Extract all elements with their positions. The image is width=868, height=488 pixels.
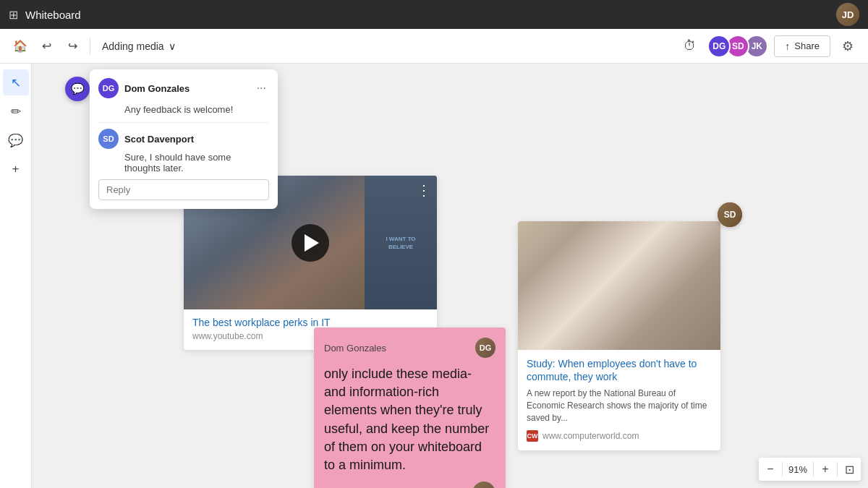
adding-media-label: Adding media — [102, 40, 164, 52]
main-toolbar: 🏠 ↩ ↪ Adding media ∨ ⏱ DG SD JK ↑ Share … — [0, 29, 868, 64]
whiteboard-canvas[interactable]: 💬 DG Dom Gonzales ··· Any feedback is we… — [32, 64, 868, 488]
toolbar-separator-1 — [90, 38, 90, 55]
title-bar-grid: ⊞ Whiteboard — [9, 8, 81, 22]
title-user-avatar[interactable]: JD — [836, 3, 859, 26]
article-url: www.computerworld.com — [542, 431, 639, 441]
comment-author-row: DG Dom Gonzales — [98, 78, 190, 98]
reply-author-avatar: SD — [98, 129, 119, 149]
comment-tool-button[interactable]: 💬 — [3, 127, 29, 153]
left-toolbar: ↖ ✏ 💬 + — [0, 64, 32, 488]
pen-icon: ✏ — [11, 104, 21, 119]
comment-popup-header: DG Dom Gonzales ··· — [98, 78, 269, 98]
reply-message-text: Sure, I should have some thoughts later. — [98, 152, 269, 174]
history-button[interactable]: ⏱ — [678, 35, 702, 58]
undo-button[interactable]: ↩ — [35, 35, 58, 58]
floating-user-avatar[interactable]: SD — [718, 202, 742, 227]
toolbar-right: ⏱ DG SD JK ↑ Share ⚙ — [678, 35, 859, 58]
select-tool-button[interactable]: ↖ — [3, 69, 29, 95]
reply-author-name: Scot Davenport — [124, 134, 194, 145]
share-button[interactable]: ↑ Share — [774, 35, 830, 57]
sticky-note[interactable]: Dom Gonzales DG only include these media… — [314, 328, 506, 488]
grid-icon[interactable]: ⊞ — [9, 8, 18, 22]
fit-screen-button[interactable]: ⊡ — [838, 458, 861, 481]
sticky-note-avatar: DG — [475, 338, 495, 358]
sticky-note-author: Dom Gonzales — [324, 343, 386, 354]
sticky-note-footer: 💬 — [324, 481, 495, 488]
article-card[interactable]: Study: When employees don't have to comm… — [518, 221, 720, 450]
pen-tool-button[interactable]: ✏ — [3, 98, 29, 124]
youtube-title[interactable]: The best workplace perks in IT — [192, 317, 428, 328]
article-description: A new report by the National Bureau of E… — [527, 388, 712, 424]
reply-input[interactable] — [98, 179, 269, 200]
collaborators-group: DG SD JK — [707, 35, 768, 58]
settings-button[interactable]: ⚙ — [836, 35, 859, 58]
youtube-more-button[interactable]: ⋮ — [417, 181, 431, 199]
reply-author-row: SD Scot Davenport — [98, 129, 269, 149]
zoom-out-button[interactable]: − — [759, 458, 782, 481]
comment-bubble-anchor: 💬 — [65, 77, 90, 101]
zoom-controls: − 91% + ⊡ — [759, 458, 861, 481]
bubble-chat-icon: 💬 — [71, 82, 85, 95]
comment-more-button[interactable]: ··· — [254, 82, 269, 95]
comment-author-name: Dom Gonzales — [124, 83, 190, 94]
add-icon: + — [12, 162, 20, 176]
play-button[interactable] — [292, 224, 329, 262]
comment-bubble-icon[interactable]: 💬 — [65, 77, 90, 101]
title-bar: ⊞ Whiteboard JD — [0, 0, 868, 29]
article-source-row: CW www.computerworld.com — [527, 430, 712, 442]
share-label: Share — [794, 40, 820, 51]
article-thumbnail — [518, 221, 720, 350]
comment-popup: DG Dom Gonzales ··· Any feedback is welc… — [90, 69, 278, 209]
add-tool-button[interactable]: + — [3, 156, 29, 182]
home-button[interactable]: 🏠 — [9, 35, 32, 58]
comment-icon: 💬 — [8, 133, 23, 148]
canvas-area: ↖ ✏ 💬 + 💬 DG Dom Gonzales — [0, 64, 868, 488]
zoom-level-display: 91% — [783, 464, 813, 475]
article-info: Study: When employees don't have to comm… — [518, 350, 720, 450]
app-title: Whiteboard — [25, 9, 81, 21]
play-triangle-icon — [305, 234, 319, 252]
redo-button[interactable]: ↪ — [61, 35, 84, 58]
adding-media-button[interactable]: Adding media ∨ — [96, 38, 182, 55]
comment-reply-section: SD Scot Davenport Sure, I should have so… — [98, 129, 269, 174]
dropdown-icon: ∨ — [169, 40, 176, 52]
sticky-note-header: Dom Gonzales DG — [324, 338, 495, 358]
sticky-note-text: only include these media- and informatio… — [324, 365, 495, 474]
collaborator-avatar-1[interactable]: DG — [707, 35, 731, 58]
select-icon: ↖ — [11, 75, 21, 90]
comment-message-text: Any feedback is welcome! — [98, 104, 269, 115]
comment-author-avatar: DG — [98, 78, 119, 98]
comment-divider — [98, 122, 269, 123]
sticky-note-bottom-avatar: 💬 — [472, 481, 495, 488]
zoom-in-button[interactable]: + — [814, 458, 837, 481]
source-icon: CW — [527, 430, 538, 442]
share-icon: ↑ — [785, 40, 790, 52]
article-title[interactable]: Study: When employees don't have to comm… — [527, 357, 712, 383]
